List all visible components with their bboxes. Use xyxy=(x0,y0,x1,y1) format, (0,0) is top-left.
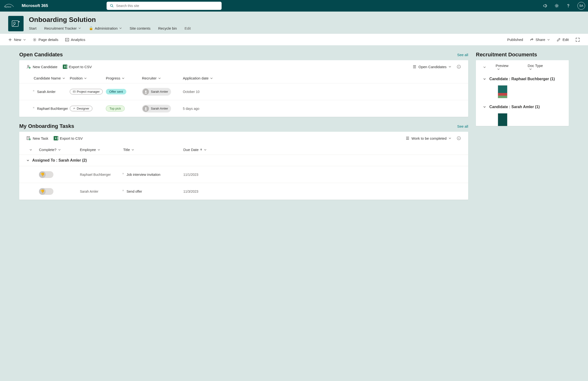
info-button[interactable] xyxy=(457,136,461,140)
search-icon xyxy=(110,4,114,8)
btn-label: Export to CSV xyxy=(69,65,92,69)
share-button[interactable]: Share xyxy=(530,38,550,42)
site-top-nav: Start Recruitment Tracker 🔒 Administrati… xyxy=(29,26,191,30)
person-add-icon xyxy=(26,65,31,69)
svg-line-2 xyxy=(112,6,113,7)
svg-point-4 xyxy=(568,7,568,7)
col-position[interactable]: Position xyxy=(70,76,106,80)
btn-label: New Candidate xyxy=(33,65,58,69)
analytics-button[interactable]: Analytics xyxy=(65,38,85,42)
col-candidate-name[interactable]: Candidate Name xyxy=(26,76,70,80)
nav-recycle-bin[interactable]: Recycle bin xyxy=(158,26,177,30)
nav-start[interactable]: Start xyxy=(29,26,37,30)
see-all-link[interactable]: See all xyxy=(457,124,468,128)
view-label: Work to be completed xyxy=(411,136,446,140)
search-box[interactable] xyxy=(106,2,222,10)
view-selector[interactable]: Open Candidates xyxy=(413,65,451,69)
col-progress[interactable]: Progress xyxy=(106,76,142,80)
avatar-initials: SA xyxy=(579,4,583,7)
page-content: Open Candidates See all New Candidate X … xyxy=(0,45,588,209)
position-chip: Designer xyxy=(70,106,92,111)
task-row[interactable]: 👎 Sarah Amler ⤱Send offer 11/3/2023 xyxy=(19,183,468,200)
candidate-row[interactable]: ⤱Raphael Buchberger Designer Top pick Sa… xyxy=(19,100,468,117)
section-title: Open Candidates xyxy=(19,51,63,58)
col-title[interactable]: Title xyxy=(123,148,183,152)
chevron-down-icon xyxy=(78,27,81,30)
product-name[interactable]: Microsoft 365 xyxy=(22,3,48,8)
nav-site-contents[interactable]: Site contents xyxy=(130,26,151,30)
candidate-row[interactable]: ⤱Sarah Amler Project manager Offer sent … xyxy=(19,83,468,100)
search-input[interactable] xyxy=(116,4,218,8)
brand-logo[interactable]: skybow xyxy=(2,3,16,8)
open-candidates-section: Open Candidates See all New Candidate X … xyxy=(19,51,468,117)
nav-label: Administration xyxy=(95,26,118,30)
help-icon[interactable] xyxy=(566,3,571,8)
site-logo[interactable] xyxy=(8,16,23,31)
edit-button[interactable]: Edit xyxy=(557,38,569,42)
svg-point-18 xyxy=(145,90,147,92)
complete-toggle[interactable]: 👎 xyxy=(39,188,53,195)
due-date: 11/1/2023 xyxy=(183,173,217,177)
chevron-down-icon xyxy=(483,106,486,108)
col-due-date[interactable]: Due Date xyxy=(183,148,217,152)
btn-label: New Task xyxy=(33,136,48,140)
new-candidate-button[interactable]: New Candidate xyxy=(26,65,58,69)
thumbs-down-icon: 👎 xyxy=(39,188,46,195)
new-task-button[interactable]: New Task xyxy=(26,136,48,140)
excel-icon: X xyxy=(63,65,67,69)
doc-group-header[interactable]: Candidate : Raphael Buchberger (1) xyxy=(476,74,569,84)
recruiter-pill: Sarah Amler xyxy=(142,88,171,96)
lock-icon: 🔒 xyxy=(89,26,93,30)
col-recruiter[interactable]: Recruiter xyxy=(142,76,183,80)
chart-icon xyxy=(65,38,69,42)
task-title: Send offer xyxy=(126,190,142,193)
info-button[interactable] xyxy=(457,65,461,69)
candidate-name: Raphael Buchberger xyxy=(37,107,68,111)
nav-recruitment-tracker[interactable]: Recruitment Tracker xyxy=(44,26,81,30)
page-details-button[interactable]: Page details xyxy=(33,38,59,42)
document-thumbnail[interactable] xyxy=(498,113,507,126)
view-selector[interactable]: Work to be completed xyxy=(406,136,451,140)
employee-name: Raphael Buchberger xyxy=(80,173,123,177)
cmd-label: Share xyxy=(536,38,545,42)
svg-point-1 xyxy=(110,4,113,6)
col-application-date[interactable]: Application date xyxy=(183,76,221,80)
expand-icon xyxy=(575,38,580,42)
export-csv-button[interactable]: X Export to CSV xyxy=(54,136,83,140)
chevron-down-icon xyxy=(23,38,26,41)
application-date: 5 days ago xyxy=(183,107,221,111)
complete-toggle[interactable]: 👎 xyxy=(39,171,53,178)
export-csv-button[interactable]: X Export to CSV xyxy=(63,65,92,69)
task-group-header[interactable]: Assigned To : Sarah Amler (2) xyxy=(19,155,468,166)
col-employee[interactable]: Employee xyxy=(80,148,123,152)
nav-edit[interactable]: Edit xyxy=(185,26,191,30)
svg-point-25 xyxy=(459,137,459,138)
chevron-down-icon xyxy=(547,38,550,41)
chevron-down-icon[interactable] xyxy=(29,148,32,151)
new-button[interactable]: New xyxy=(8,38,26,42)
col-doc-type[interactable]: Doc Type xyxy=(528,64,543,70)
onboarding-tasks-section: My Onboarding Tasks See all New Task X E… xyxy=(19,123,468,200)
pencil-icon xyxy=(557,38,561,42)
expand-button[interactable] xyxy=(575,38,580,42)
col-preview[interactable]: Preview xyxy=(496,64,508,70)
task-row[interactable]: 👎 Raphael Buchberger ⤱Job interview invi… xyxy=(19,166,468,183)
doc-group-header[interactable]: Candidate : Sarah Amler (1) xyxy=(476,102,569,112)
gear-icon[interactable] xyxy=(554,3,559,8)
cmd-label: New xyxy=(14,38,21,42)
progress-chip: Offer sent xyxy=(106,89,126,94)
chevron-down-icon[interactable] xyxy=(483,66,486,69)
svg-rect-16 xyxy=(73,91,75,92)
chevron-down-icon xyxy=(483,78,486,80)
see-all-link[interactable]: See all xyxy=(457,53,468,57)
candidates-header-row: Candidate Name Position Progress Recruit… xyxy=(19,73,468,83)
megaphone-icon[interactable] xyxy=(543,3,547,8)
nav-administration[interactable]: 🔒 Administration xyxy=(89,26,122,30)
user-avatar[interactable]: SA xyxy=(577,2,585,10)
document-thumbnail[interactable] xyxy=(498,86,507,98)
info-icon xyxy=(457,65,461,69)
group-label: Candidate : Raphael Buchberger (1) xyxy=(489,77,555,81)
col-complete[interactable]: Complete? xyxy=(39,148,80,152)
command-bar: New Page details Analytics Published Sha… xyxy=(0,34,588,45)
chevron-down-icon xyxy=(26,159,29,162)
